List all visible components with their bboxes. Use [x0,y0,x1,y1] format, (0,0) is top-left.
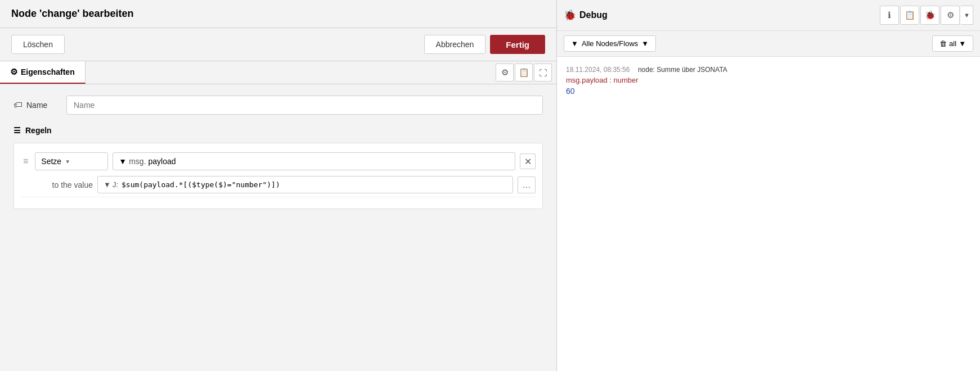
filter-chevron-icon: ▼ [641,39,649,48]
debug-value: 60 [566,87,971,96]
rule-action-select[interactable]: Setze ▼ [35,152,108,170]
dropdown-arrow-icon2: ▼ [104,180,111,189]
debug-entry: 18.11.2024, 08:35:56 node: Summe über JS… [566,65,971,96]
cancel-button[interactable]: Abbrechen [424,35,486,54]
rule-expression: $sum(payload.*[($type($)="number")]) [122,180,280,189]
all-button[interactable]: 🗑 all ▼ [932,35,973,52]
rule-divider [21,197,536,197]
left-panel-header: Node 'change' bearbeiten [0,0,556,28]
all-label: all [949,39,956,48]
panel-dropdown-button[interactable]: ▼ [961,6,973,25]
bug-button[interactable]: 🐞 [920,6,939,25]
debug-type: msg.payload : number [566,76,971,84]
name-field-row: 🏷 Name [14,96,543,115]
left-toolbar: Löschen Abbrechen Fertig [0,28,556,61]
more-options-button[interactable]: … [518,177,536,193]
jsonata-symbol: J: [113,180,118,189]
tab-properties-label: Eigenschaften [21,67,75,76]
all-chevron-icon: ▼ [959,39,966,48]
trash-icon: 🗑 [939,39,947,48]
debug-entry-header: 18.11.2024, 08:35:56 node: Summe über JS… [566,65,971,74]
page-title: Node 'change' bearbeiten [11,8,134,19]
rule-close-button[interactable]: ✕ [520,153,536,169]
settings-button[interactable]: ⚙ [941,6,960,25]
rule-value-row: to the value ▼ J: $sum(payload.*[($type(… [21,176,536,193]
debug-timestamp: 18.11.2024, 08:35:56 [566,66,630,74]
rule-value-field[interactable]: ▼ J: $sum(payload.*[($type($)="number")]… [97,176,513,193]
drag-handle[interactable]: ≡ [21,155,30,168]
left-panel: Node 'change' bearbeiten Löschen Abbrech… [0,0,557,371]
type-dropdown-button[interactable]: ▼ J: [104,180,118,189]
debug-node-label: node: Summe über JSONATA [638,66,727,74]
filter-icon: ▼ [571,39,578,48]
tab-settings-button[interactable]: ⚙ [496,64,514,82]
tab-expand-button[interactable]: ⛶ [534,64,552,82]
name-input[interactable] [66,96,543,115]
filter-nodes-flows-button[interactable]: ▼ Alle Nodes/Flows ▼ [564,35,656,52]
tag-icon: 🏷 [14,100,23,110]
rule-action-label: Setze [41,157,61,166]
debug-title: Debug [579,10,876,20]
tab-copy-button[interactable]: 📋 [515,64,533,82]
msg-field-value: payload [149,157,176,166]
done-button[interactable]: Fertig [490,35,545,54]
tab-properties[interactable]: ⚙ Eigenschaften [0,61,86,84]
filter-label: Alle Nodes/Flows [582,39,638,48]
right-panel: 🐞 Debug ℹ 📋 🐞 ⚙ ▼ ▼ Alle Nodes/Flows ▼ 🗑… [557,0,980,371]
right-header-icons: ℹ 📋 🐞 ⚙ ▼ [880,6,973,25]
debug-icon: 🐞 [564,9,576,21]
dropdown-arrow-icon: ▼ [119,157,127,166]
right-content: 18.11.2024, 08:35:56 node: Summe über JS… [557,57,980,371]
right-panel-header: 🐞 Debug ℹ 📋 🐞 ⚙ ▼ [557,0,980,31]
rules-container: ≡ Setze ▼ ▼ msg. payload ✕ to the value [14,143,543,209]
filter-bar: ▼ Alle Nodes/Flows ▼ 🗑 all ▼ [557,31,980,57]
main-content: 🏷 Name ☰ Regeln ≡ Setze ▼ ▼ [0,84,556,371]
tab-actions: ⚙ 📋 ⛶ [496,61,556,84]
msg-prefix: msg. [129,157,146,166]
to-the-value-label: to the value [37,180,93,189]
tabs-row: ⚙ Eigenschaften ⚙ 📋 ⛶ [0,61,556,84]
info-button[interactable]: ℹ [880,6,899,25]
delete-button[interactable]: Löschen [11,35,65,54]
rule-row-1: ≡ Setze ▼ ▼ msg. payload ✕ [21,152,536,170]
name-label: 🏷 Name [14,100,59,110]
debug-timestamp-separator [632,66,636,74]
chevron-down-icon: ▼ [65,159,70,165]
rules-section-label: ☰ Regeln [14,126,543,135]
gear-icon: ⚙ [10,67,17,77]
copy-button[interactable]: 📋 [900,6,919,25]
rules-icon: ☰ [14,126,21,135]
rule-msg-field[interactable]: ▼ msg. payload [113,152,515,170]
toolbar-right-buttons: Abbrechen Fertig [424,35,545,54]
